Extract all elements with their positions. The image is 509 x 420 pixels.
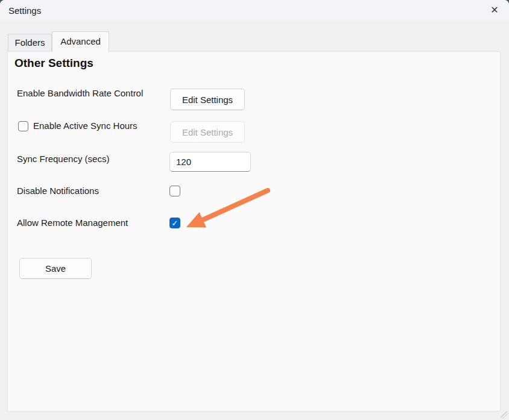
titlebar: Settings ✕ [0, 0, 509, 20]
tab-folders-label: Folders [14, 37, 45, 48]
window-title: Settings [8, 0, 41, 20]
active-sync-hours-label: Enable Active Sync Hours [33, 121, 138, 131]
active-sync-edit-settings-button[interactable]: Edit Settings [170, 121, 245, 143]
close-icon: ✕ [490, 5, 498, 15]
allow-remote-management-label: Allow Remote Management [17, 218, 128, 228]
disable-notifications-label: Disable Notifications [17, 186, 99, 196]
sync-frequency-input[interactable] [169, 152, 251, 172]
save-button[interactable]: Save [19, 258, 92, 279]
close-button[interactable]: ✕ [484, 1, 505, 19]
disable-notifications-checkbox[interactable] [169, 186, 180, 196]
settings-window: Settings ✕ Folders Advanced Other Settin… [0, 0, 509, 420]
section-heading: Other Settings [14, 57, 93, 70]
sync-frequency-label: Sync Frequency (secs) [17, 154, 109, 164]
advanced-tab-panel: Other Settings Enable Bandwidth Rate Con… [7, 51, 501, 412]
tab-advanced-label: Advanced [60, 36, 101, 46]
active-sync-hours-checkbox[interactable] [18, 121, 28, 131]
tab-folders[interactable]: Folders [8, 34, 52, 51]
remote-management-checkbox[interactable]: ✓ [169, 218, 180, 228]
checkmark-icon: ✓ [172, 219, 179, 228]
bandwidth-rate-label: Enable Bandwidth Rate Control [17, 88, 143, 98]
tab-advanced[interactable]: Advanced [52, 31, 109, 52]
bandwidth-edit-settings-button[interactable]: Edit Settings [170, 89, 245, 110]
resize-grip[interactable] [501, 412, 508, 419]
